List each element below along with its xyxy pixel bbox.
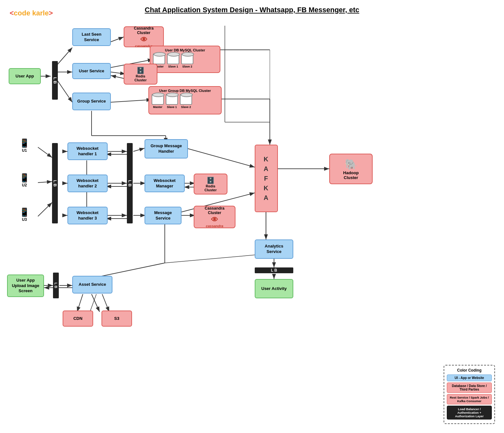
group-msg-handler: Group Message Handler	[145, 139, 188, 158]
color-legend: Color Coding UI - App or Website Databas…	[444, 365, 495, 424]
cassandra-cluster-top: Cassandra Cluster 👁 cassandra	[124, 26, 164, 47]
svg-line-6	[111, 37, 124, 42]
svg-line-52	[92, 294, 100, 312]
svg-line-5	[56, 79, 72, 102]
cdn-box: CDN	[63, 311, 93, 327]
lb3: L B	[127, 143, 133, 223]
svg-line-35	[186, 148, 255, 167]
svg-line-22	[38, 182, 52, 183]
logo: <code karle>	[10, 9, 53, 17]
ws-manager: Websocket Manager	[145, 175, 185, 192]
svg-line-3	[56, 48, 72, 66]
last-seen-service-box: Last Seen Service	[72, 28, 111, 46]
redis-cluster-mid: 🗄️ Redis Cluster	[194, 174, 227, 194]
lb5: L B	[53, 273, 59, 298]
legend-lb: Load Balancer / Authentication + Authori…	[447, 406, 492, 419]
svg-line-23	[38, 203, 52, 216]
asset-service-box: Asset Service	[72, 276, 112, 293]
user-u1: 📱 U1	[19, 138, 30, 153]
ws-handler-3: Websocket handler 3	[67, 207, 108, 224]
user-u3: 📱 U3	[19, 207, 30, 222]
svg-line-8	[111, 72, 125, 74]
page-title: Chat Application System Design - Whatsap…	[0, 0, 504, 17]
svg-line-47	[165, 254, 266, 263]
user-db-cluster: User DB MySQL Cluster Master Slave 1 Sla…	[150, 46, 220, 73]
svg-line-10	[111, 100, 152, 102]
legend-ui: UI - App or Website	[447, 374, 492, 381]
logo-gt: >	[49, 9, 53, 17]
user-activity-box: User Activity	[255, 279, 293, 298]
s3-box: S3	[102, 311, 132, 327]
lb2: L B	[52, 143, 58, 223]
hadoop-cluster: 🐘 Hadoop Cluster	[329, 154, 373, 184]
user-group-db-cluster: User Group DB MySQL Cluster Master Slave…	[148, 86, 222, 114]
group-db-slave1: Slave 1	[166, 94, 178, 109]
group-db-slave2: Slave 2	[180, 94, 192, 109]
svg-line-21	[38, 147, 52, 158]
ws-handler-1: Websocket handler 1	[67, 142, 108, 160]
svg-line-32	[133, 148, 145, 151]
user-app-box: User App	[9, 68, 41, 84]
logo-text: code karle	[14, 9, 49, 17]
db-slave2: Slave 2	[181, 53, 193, 68]
legend-rest: Rest Service / Spark Jobs / Kafka Consum…	[447, 394, 492, 404]
user-app-upload-box: User App Upload Image Screen	[7, 275, 44, 297]
message-service-box: Message Service	[145, 207, 181, 224]
lb4: L B	[255, 267, 293, 273]
svg-line-54	[90, 294, 96, 312]
cassandra-cluster-mid: CassandraCluster 👁 cassandra	[194, 206, 235, 228]
db-slave1: Slave 1	[167, 53, 179, 68]
ws-handler-2: Websocket handler 2	[67, 175, 108, 192]
svg-line-53	[102, 294, 109, 312]
group-service-box: Group Service	[72, 93, 111, 110]
analytics-service-box: Analytics Service	[255, 239, 293, 259]
user-service-box: User Service	[72, 63, 111, 79]
svg-line-9	[111, 76, 125, 79]
kafka-box: K A F K A	[255, 145, 278, 212]
group-db-master: Master	[152, 94, 164, 109]
lb1: L B	[52, 61, 58, 100]
user-u2: 📱 U2	[19, 173, 30, 187]
legend-db: Database / Data Store / Third Parties	[447, 383, 492, 393]
redis-cluster-top: 🗄️ Redis Cluster	[124, 64, 157, 85]
logo-lt: <	[10, 9, 14, 17]
svg-line-51	[77, 294, 83, 312]
